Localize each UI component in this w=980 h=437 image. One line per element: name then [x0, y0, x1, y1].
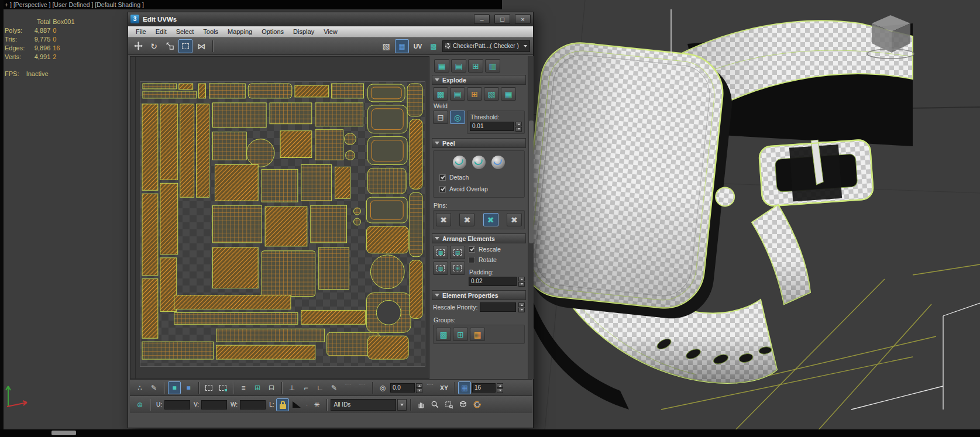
viewport-label[interactable]: + ] [Perspective ] [User Defined ] [Defa…: [0, 0, 502, 9]
rotate-checkbox[interactable]: [469, 257, 475, 263]
grid-size-spinner[interactable]: [497, 383, 503, 393]
axis-constraint-button[interactable]: XY: [438, 381, 451, 394]
edge-grow-icon[interactable]: ⊟: [265, 381, 278, 394]
uv-space-button[interactable]: UV: [411, 39, 425, 53]
pack-custom-icon[interactable]: ▥: [485, 59, 500, 73]
pack-region-icon[interactable]: ▤: [450, 246, 465, 259]
menu-tools[interactable]: Tools: [198, 27, 223, 36]
stitch-source-icon[interactable]: ⌒: [342, 381, 355, 394]
stitch-target-icon[interactable]: ⌒: [356, 381, 369, 394]
menu-options[interactable]: Options: [257, 27, 288, 36]
id-filter-dropdown-button[interactable]: [397, 399, 407, 411]
padding-spinner[interactable]: [518, 277, 525, 286]
texture-dropdown[interactable]: CheckerPatt...( Checker ): [442, 40, 530, 52]
explode-element-icon[interactable]: ⊞: [467, 87, 482, 101]
pin-add-icon[interactable]: ✖: [459, 213, 474, 226]
explode-face-icon[interactable]: ▤: [450, 87, 465, 101]
relax-icon[interactable]: ◎: [376, 381, 389, 394]
transform-gizmo-icon[interactable]: ⊕: [133, 398, 146, 411]
avoid-overlap-checkbox[interactable]: [439, 186, 446, 192]
explode-smoothing-icon[interactable]: ▧: [484, 87, 499, 101]
edge-loop-icon[interactable]: ≡: [237, 381, 250, 394]
align-corner-icon[interactable]: ⌐: [300, 381, 312, 394]
angle-snap-field[interactable]: 0.0: [390, 383, 415, 393]
marquee-select-icon[interactable]: [202, 381, 215, 394]
pack-tight-icon[interactable]: ▦: [434, 59, 449, 73]
minimize-button[interactable]: –: [474, 14, 490, 24]
menu-mapping[interactable]: Mapping: [223, 27, 257, 36]
id-filter-dropdown[interactable]: All IDs: [331, 399, 396, 411]
angle-snap-spinner[interactable]: [416, 383, 422, 393]
menu-file[interactable]: File: [131, 27, 151, 36]
gradient-ramp-icon[interactable]: [290, 398, 303, 411]
rescale-priority-field[interactable]: [480, 302, 516, 312]
zoom-extents-icon[interactable]: [456, 398, 469, 411]
v-field[interactable]: [201, 400, 227, 410]
element-mode-icon[interactable]: ■: [168, 381, 181, 394]
soft-selection-falloff-icon[interactable]: ∴: [133, 381, 146, 394]
show-map-toggle[interactable]: ▦: [395, 39, 409, 53]
arc-mode-icon[interactable]: ⌒: [424, 381, 436, 394]
select-3d-element-icon[interactable]: ■: [182, 381, 195, 394]
detach-checkbox-row[interactable]: Detach: [439, 174, 522, 181]
uv-tile[interactable]: [140, 81, 425, 367]
pan-hand-icon[interactable]: [414, 398, 427, 411]
rescale-priority-spinner[interactable]: [518, 302, 525, 312]
maximize-button[interactable]: □: [494, 14, 510, 24]
rotate-tool[interactable]: ↻: [147, 39, 161, 53]
menu-display[interactable]: Display: [288, 27, 319, 36]
peel-mode-icon[interactable]: [472, 156, 486, 169]
rollout-element-properties-header[interactable]: Element Properties: [432, 290, 526, 300]
rearrange-icon[interactable]: ▥: [433, 261, 448, 275]
align-vertical-icon[interactable]: ⊥: [286, 381, 298, 394]
quick-peel-icon[interactable]: [453, 156, 466, 169]
pack-recursive-icon[interactable]: ▤: [451, 59, 466, 73]
explode-material-icon[interactable]: ▦: [501, 87, 516, 101]
rollout-explode-header[interactable]: Explode: [432, 75, 526, 85]
explode-flatten-icon[interactable]: ▩: [433, 87, 448, 101]
pack-normalize-icon[interactable]: ▦: [433, 246, 448, 259]
zoom-region-icon[interactable]: [442, 398, 455, 411]
threshold-field[interactable]: 0.01: [470, 122, 514, 131]
menu-edit[interactable]: Edit: [151, 27, 171, 36]
scale-tool[interactable]: [163, 39, 177, 53]
u-field[interactable]: [164, 400, 190, 410]
group-create-icon[interactable]: ▩: [436, 328, 451, 341]
threshold-spinner[interactable]: [515, 122, 522, 131]
pin-remove-icon[interactable]: ✖: [507, 213, 522, 226]
align-angle-icon[interactable]: ∟: [314, 381, 326, 394]
move-tool[interactable]: [131, 39, 145, 53]
freeform-tool[interactable]: [178, 39, 192, 53]
w-field[interactable]: [240, 400, 266, 410]
freeze-icon[interactable]: ✳: [310, 398, 323, 411]
panel-scrollbar[interactable]: [528, 56, 534, 379]
rollout-arrange-header[interactable]: Arrange Elements: [432, 233, 526, 243]
pack-full-icon[interactable]: ⊞: [468, 59, 483, 73]
avoid-overlap-checkbox-row[interactable]: Avoid Overlap: [439, 185, 522, 192]
marquee-add-icon[interactable]: [216, 381, 229, 394]
group-select-icon[interactable]: ⊞: [453, 328, 468, 341]
snap-grid-icon[interactable]: ▦: [458, 381, 471, 394]
panel-scrollbar-thumb[interactable]: [529, 121, 534, 243]
close-button[interactable]: ×: [515, 14, 531, 24]
window-titlebar[interactable]: 3 Edit UVWs – □ ×: [128, 12, 533, 26]
reset-peel-icon[interactable]: [491, 156, 505, 169]
target-weld-icon[interactable]: ◎: [450, 111, 465, 124]
pin-active-icon[interactable]: ✖: [483, 213, 498, 226]
orbit-icon[interactable]: [470, 398, 483, 411]
brush-falloff-icon[interactable]: ✎: [147, 381, 160, 394]
checker-toggle[interactable]: ▩: [427, 39, 441, 53]
taskbar-chip[interactable]: [51, 431, 76, 435]
freeform-draw-icon[interactable]: ✎: [328, 381, 341, 394]
pin-move-icon[interactable]: ✖: [436, 213, 451, 226]
menu-select[interactable]: Select: [171, 27, 199, 36]
rescale-checkbox-row[interactable]: Rescale: [469, 246, 525, 253]
show-grid-toggle[interactable]: ▧: [379, 39, 393, 53]
menu-view[interactable]: View: [319, 27, 342, 36]
rollout-peel-header[interactable]: Peel: [432, 138, 526, 148]
group-ungroup-icon[interactable]: ▦: [470, 328, 485, 341]
rotate-checkbox-row[interactable]: Rotate: [469, 256, 525, 263]
weld-selected-icon[interactable]: ⊟: [433, 111, 448, 124]
edge-ring-icon[interactable]: ⊞: [251, 381, 264, 394]
grid-size-field[interactable]: 16: [472, 383, 496, 393]
